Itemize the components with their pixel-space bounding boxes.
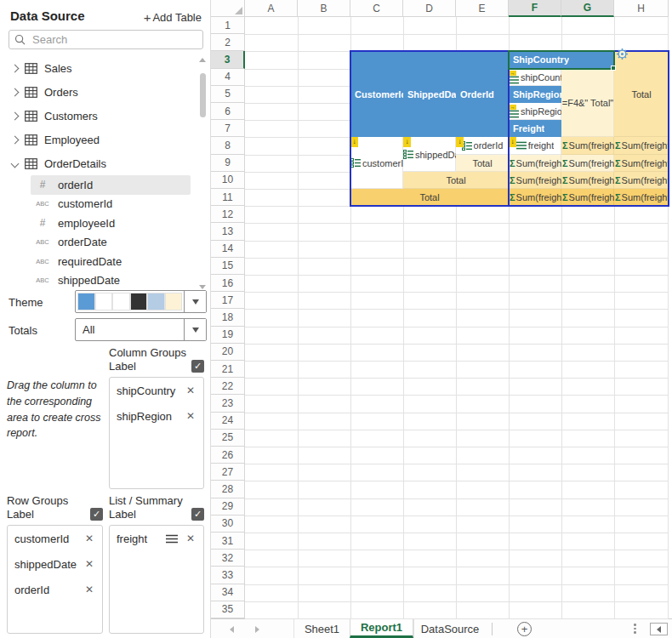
col-header-A[interactable]: A [245, 0, 298, 17]
search-input[interactable] [31, 32, 197, 47]
cell-E8[interactable]: ↓orderId [456, 137, 509, 154]
cell-F11[interactable]: ΣSum(freight) [509, 189, 561, 206]
cell-F7[interactable]: Freight [509, 120, 561, 137]
row-header-4[interactable]: 4 [211, 69, 245, 86]
table-tree-item-orderdetails[interactable]: OrderDetails [0, 151, 197, 175]
list-summary-item[interactable]: freight✕ [110, 526, 203, 551]
chevron-right-icon[interactable] [11, 64, 20, 72]
cell-F8[interactable]: ↓freight [509, 137, 561, 154]
sheet-tab-datasource[interactable]: DataSource [413, 619, 486, 638]
row-header-14[interactable]: 14 [211, 241, 245, 258]
cell-F9[interactable]: ΣSum(freight) [509, 155, 561, 172]
totals-dropdown[interactable]: All [75, 318, 207, 341]
row-header-34[interactable]: 34 [211, 584, 245, 601]
table-tree-item-orders[interactable]: Orders [0, 80, 197, 104]
row-header-16[interactable]: 16 [211, 275, 245, 292]
cell-F10[interactable]: ΣSum(freight) [509, 172, 561, 189]
row-header-30[interactable]: 30 [211, 516, 245, 533]
tabbar-drag-handle[interactable] [634, 624, 636, 634]
row-header-1[interactable]: 1 [211, 17, 245, 34]
field-tree-item-requireddate[interactable]: ABCrequiredDate [0, 252, 197, 271]
field-tree-item-orderid[interactable]: #orderId [31, 175, 191, 195]
row-header-31[interactable]: 31 [211, 533, 245, 550]
list-summary-label-checkbox[interactable]: ✓ [191, 508, 204, 521]
row-header-21[interactable]: 21 [211, 361, 245, 378]
row-header-11[interactable]: 11 [211, 189, 245, 206]
column-group-item[interactable]: shipRegion✕ [110, 403, 203, 429]
row-header-2[interactable]: 2 [211, 34, 245, 51]
select-all-corner[interactable] [211, 0, 245, 17]
column-groups-label-checkbox[interactable]: ✓ [191, 360, 204, 373]
row-header-22[interactable]: 22 [211, 378, 245, 395]
table-tree-item-employeed[interactable]: Employeed [0, 128, 197, 151]
table-tree-item-customers[interactable]: Customers [0, 104, 197, 128]
cell-H8[interactable]: ΣSum(freight) [614, 137, 669, 154]
hscroll-left-button[interactable] [650, 623, 668, 635]
tab-nav-left-icon[interactable] [230, 626, 234, 633]
col-header-B[interactable]: B [298, 0, 350, 17]
cell-G9[interactable]: ΣSum(freight) [561, 155, 614, 172]
col-header-E[interactable]: E [456, 0, 509, 17]
row-header-5[interactable]: 5 [211, 86, 245, 103]
row-header-17[interactable]: 17 [211, 292, 245, 309]
row-header-10[interactable]: 10 [211, 172, 245, 189]
col-header-G[interactable]: G [561, 0, 614, 17]
row-header-13[interactable]: 13 [211, 223, 245, 240]
chevron-right-icon[interactable] [11, 111, 20, 120]
row-header-20[interactable]: 20 [211, 344, 245, 361]
tab-nav-right-icon[interactable] [255, 626, 259, 633]
row-header-35[interactable]: 35 [211, 601, 245, 618]
chevron-right-icon[interactable] [11, 135, 20, 144]
row-group-item[interactable]: shippedDate✕ [8, 551, 102, 577]
row-header-18[interactable]: 18 [211, 309, 245, 326]
sheet-tab-report1[interactable]: Report1 [350, 619, 413, 638]
cell-G4[interactable]: =F4&" Total" [561, 69, 614, 138]
summary-list-icon[interactable] [166, 534, 178, 544]
col-header-F[interactable]: F [509, 0, 561, 17]
column-group-item[interactable]: shipCountry✕ [110, 378, 203, 403]
totals-dropdown-button[interactable] [184, 319, 206, 340]
cell-D3[interactable]: ShippedDate [403, 51, 456, 137]
row-header-19[interactable]: 19 [211, 327, 245, 344]
scroll-up-icon[interactable] [199, 58, 206, 62]
row-header-25[interactable]: 25 [211, 430, 245, 447]
row-header-3[interactable]: 3 [211, 51, 245, 68]
col-header-D[interactable]: D [403, 0, 456, 17]
row-header-32[interactable]: 32 [211, 550, 245, 567]
cell-G10[interactable]: ΣSum(freight) [561, 172, 614, 189]
row-header-15[interactable]: 15 [211, 258, 245, 275]
scroll-down-icon[interactable] [199, 285, 206, 289]
search-box[interactable] [9, 30, 203, 49]
field-tree-item-employeeid[interactable]: #employeeId [0, 214, 197, 233]
row-group-remove-button[interactable]: ✕ [83, 533, 95, 544]
cell-D8[interactable]: ↓shippedDate [403, 137, 456, 171]
field-tree-item-customerid[interactable]: ABCcustomerId [0, 195, 197, 214]
theme-dropdown-button[interactable] [184, 291, 206, 312]
report-settings-gear-icon[interactable] [616, 48, 629, 64]
row-header-26[interactable]: 26 [211, 447, 245, 464]
tree-scrollbar[interactable] [199, 58, 207, 289]
column-group-remove-button[interactable]: ✕ [185, 385, 196, 396]
cell-H10[interactable]: ΣSum(freight) [614, 172, 669, 189]
cell-F6[interactable]: →shipRegion [509, 103, 561, 120]
cell-F3[interactable]: ShipCountry [509, 51, 614, 68]
row-header-27[interactable]: 27 [211, 464, 245, 481]
chevron-right-icon[interactable] [11, 88, 20, 96]
cell-F4[interactable]: →shipCountry [509, 69, 561, 86]
row-group-item[interactable]: orderId✕ [8, 577, 102, 602]
cell-E9[interactable]: Total [456, 155, 509, 172]
list-summary-remove-button[interactable]: ✕ [185, 533, 196, 544]
row-header-33[interactable]: 33 [211, 567, 245, 584]
row-header-23[interactable]: 23 [211, 395, 245, 412]
scrollbar-thumb[interactable] [200, 73, 206, 117]
row-group-remove-button[interactable]: ✕ [83, 584, 95, 595]
row-header-8[interactable]: 8 [211, 137, 245, 154]
cell-G11[interactable]: ΣSum(freight) [561, 189, 614, 206]
cell-C3[interactable]: CustomerId [350, 51, 403, 137]
cell-D10[interactable]: Total [403, 172, 509, 189]
theme-dropdown[interactable] [75, 290, 207, 313]
cell-G8[interactable]: ΣSum(freight) [561, 137, 614, 154]
col-header-C[interactable]: C [350, 0, 403, 17]
cell-H9[interactable]: ΣSum(freight) [614, 155, 669, 172]
cell-C11[interactable]: Total [350, 189, 509, 206]
